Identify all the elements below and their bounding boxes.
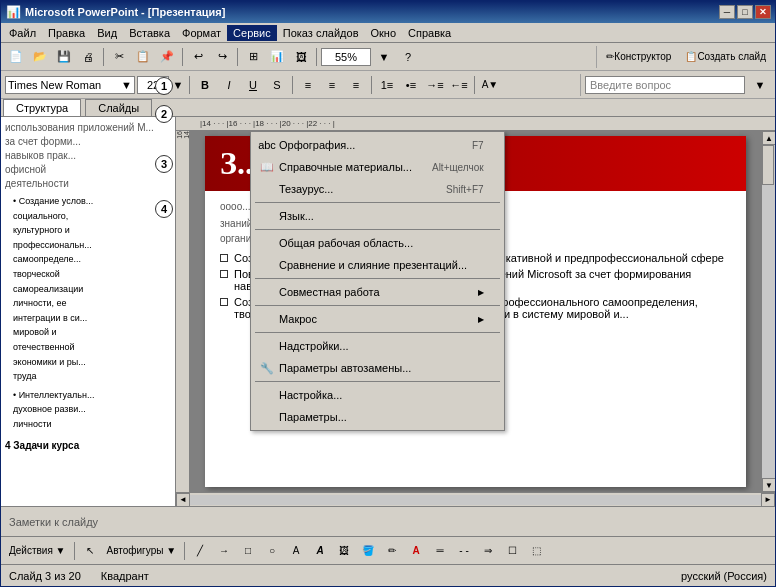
copy-btn[interactable]: 📋: [132, 46, 154, 68]
menu-thesaurus[interactable]: Тезаурус... Shift+F7: [251, 178, 504, 200]
oval-btn[interactable]: ○: [261, 540, 283, 562]
numbering-btn[interactable]: 1≡: [376, 74, 398, 96]
zoom-input[interactable]: 55%: [321, 48, 371, 66]
horizontal-scrollbar[interactable]: ◄ ►: [176, 492, 775, 506]
list-item[interactable]: культурного и: [5, 224, 171, 237]
list-item[interactable]: интеграции в си...: [5, 312, 171, 325]
font-name-dropdown[interactable]: Times New Roman ▼: [5, 76, 135, 94]
clipart-btn[interactable]: 🖼: [333, 540, 355, 562]
decrease-indent-btn[interactable]: ←≡: [448, 74, 470, 96]
menu-spellcheck[interactable]: abc Орфография... F7: [251, 134, 504, 156]
fill-color-btn[interactable]: 🪣: [357, 540, 379, 562]
list-item[interactable]: отечественной: [5, 341, 171, 354]
list-item[interactable]: профессиональн...: [5, 239, 171, 252]
insert-clipart-btn[interactable]: 🖼: [290, 46, 312, 68]
bullets-btn[interactable]: •≡: [400, 74, 422, 96]
scroll-left-btn[interactable]: ◄: [176, 493, 190, 507]
menu-references[interactable]: 📖 Справочные материалы... Alt+щелчок: [251, 156, 504, 178]
insert-table-btn[interactable]: ⊞: [242, 46, 264, 68]
menu-window[interactable]: Окно: [365, 25, 403, 41]
rect-btn[interactable]: □: [237, 540, 259, 562]
menu-file[interactable]: Файл: [3, 25, 42, 41]
arrow-style-btn[interactable]: ⇒: [477, 540, 499, 562]
list-item[interactable]: самореализации: [5, 283, 171, 296]
align-left-btn[interactable]: ≡: [297, 74, 319, 96]
insert-chart-btn[interactable]: 📊: [266, 46, 288, 68]
ask-arrow[interactable]: ▼: [749, 74, 771, 96]
menu-slideshow[interactable]: Показ слайдов: [277, 25, 365, 41]
line-style-btn[interactable]: ═: [429, 540, 451, 562]
list-item[interactable]: самоопределе...: [5, 253, 171, 266]
wordart-btn[interactable]: A: [309, 540, 331, 562]
align-center-btn[interactable]: ≡: [321, 74, 343, 96]
ask-question-input[interactable]: Введите вопрос: [585, 76, 745, 94]
list-item[interactable]: экономики и ры...: [5, 356, 171, 369]
zoom-dropdown[interactable]: ▼: [373, 46, 395, 68]
scroll-right-btn[interactable]: ►: [761, 493, 775, 507]
maximize-button[interactable]: □: [737, 5, 753, 19]
menu-insert[interactable]: Вставка: [123, 25, 176, 41]
minimize-button[interactable]: ─: [719, 5, 735, 19]
print-btn[interactable]: 🖨: [77, 46, 99, 68]
undo-btn[interactable]: ↩: [187, 46, 209, 68]
menu-format[interactable]: Формат: [176, 25, 227, 41]
arrow-btn[interactable]: →: [213, 540, 235, 562]
cursor-btn[interactable]: ↖: [79, 540, 101, 562]
list-item[interactable]: духовное разви...: [5, 403, 171, 416]
paste-btn[interactable]: 📌: [156, 46, 178, 68]
font-color-draw-btn[interactable]: A: [405, 540, 427, 562]
menu-help[interactable]: Справка: [402, 25, 457, 41]
tab-slides[interactable]: Слайды: [85, 99, 152, 116]
align-right-btn[interactable]: ≡: [345, 74, 367, 96]
redo-btn[interactable]: ↪: [211, 46, 233, 68]
3d-btn[interactable]: ⬚: [525, 540, 547, 562]
save-btn[interactable]: 💾: [53, 46, 75, 68]
font-color-btn[interactable]: A▼: [479, 74, 501, 96]
autoshapes-button[interactable]: Автофигуры ▼: [103, 540, 181, 562]
font-size-arrow[interactable]: ▼: [171, 74, 185, 96]
menu-service[interactable]: Сервис: [227, 25, 277, 41]
menu-compare-merge[interactable]: Сравнение и слияние презентаций...: [251, 254, 504, 276]
italic-btn[interactable]: I: [218, 74, 240, 96]
list-item[interactable]: • Интеллектуальн...: [5, 389, 171, 402]
cut-btn[interactable]: ✂: [108, 46, 130, 68]
scroll-up-btn[interactable]: ▲: [762, 131, 775, 145]
menu-customize[interactable]: Настройка...: [251, 384, 504, 406]
menu-addins[interactable]: Надстройки...: [251, 335, 504, 357]
menu-language[interactable]: Язык...: [251, 205, 504, 227]
list-item[interactable]: личности: [5, 418, 171, 431]
line-color-btn[interactable]: ✏: [381, 540, 403, 562]
new-btn[interactable]: 📄: [5, 46, 27, 68]
underline-btn[interactable]: U: [242, 74, 264, 96]
menu-macro[interactable]: Макрос: [251, 308, 504, 330]
designer-btn[interactable]: ✏ Конструктор: [601, 46, 676, 68]
new-slide-btn[interactable]: 📋 Создать слайд: [680, 46, 771, 68]
menu-collaboration[interactable]: Совместная работа: [251, 281, 504, 303]
list-item[interactable]: личности, ее: [5, 297, 171, 310]
shadow-btn[interactable]: S: [266, 74, 288, 96]
menu-view[interactable]: Вид: [91, 25, 123, 41]
menu-autocorrect[interactable]: 🔧 Параметры автозамены...: [251, 357, 504, 379]
close-button[interactable]: ✕: [755, 5, 771, 19]
menu-edit[interactable]: Правка: [42, 25, 91, 41]
list-item[interactable]: • Создание услов...: [5, 195, 171, 208]
shadow-btn[interactable]: ☐: [501, 540, 523, 562]
line-btn[interactable]: ╱: [189, 540, 211, 562]
list-item[interactable]: труда: [5, 370, 171, 383]
list-item[interactable]: творческой: [5, 268, 171, 281]
scroll-down-btn[interactable]: ▼: [762, 478, 775, 492]
menu-options[interactable]: Параметры...: [251, 406, 504, 428]
help-btn[interactable]: ?: [397, 46, 419, 68]
menu-shared-workspace[interactable]: Общая рабочая область...: [251, 232, 504, 254]
bold-btn[interactable]: B: [194, 74, 216, 96]
open-btn[interactable]: 📂: [29, 46, 51, 68]
increase-indent-btn[interactable]: →≡: [424, 74, 446, 96]
scroll-thumb[interactable]: [762, 145, 774, 185]
list-item[interactable]: мировой и: [5, 326, 171, 339]
actions-button[interactable]: Действия ▼: [5, 540, 70, 562]
list-item[interactable]: социального,: [5, 210, 171, 223]
textbox-btn[interactable]: A: [285, 540, 307, 562]
vertical-scrollbar[interactable]: ▲ ▼: [761, 131, 775, 492]
tab-structure[interactable]: Структура: [3, 99, 81, 116]
dash-style-btn[interactable]: - -: [453, 540, 475, 562]
